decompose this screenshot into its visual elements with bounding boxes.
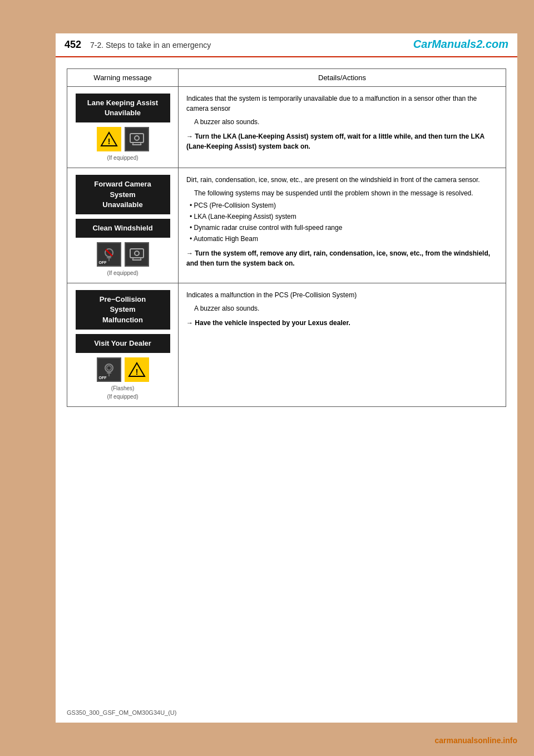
svg-point-17: [107, 366, 111, 370]
col-header-details: Details/Actions: [179, 69, 506, 87]
off-label: OFF: [99, 261, 107, 264]
camera-lka-icon: [125, 242, 149, 267]
table-row: Lane Keeping AssistUnavilable !: [67, 87, 506, 168]
details-text-1a: Indicates that the system is temporarily…: [186, 94, 498, 114]
bullet-1: PCS (Pre-Collision System): [190, 200, 498, 210]
details-text-3b: A buzzer also sounds.: [194, 303, 498, 313]
svg-line-8: [106, 249, 112, 256]
warning-message-box-2: Forward CameraSystemUnavailable: [76, 175, 170, 214]
details-text-3a: Indicates a malfunction in the PCS (Pre-…: [186, 290, 498, 300]
details-text-2b: The following systems may be suspended u…: [194, 188, 498, 198]
svg-rect-11: [130, 249, 144, 258]
carmanuals-logo: carmanualsonline.info: [434, 736, 517, 745]
details-arrow-2: → Turn the system off, remove any dirt, …: [186, 248, 498, 268]
header-title: 7-2. Steps to take in an emergency: [90, 41, 211, 50]
equipped-label-1: (If equipped): [72, 155, 174, 161]
warning-triangle-icon: !: [97, 127, 121, 151]
bullet-3: Dynamic radar cruise control with full-s…: [190, 223, 498, 233]
brand-watermark[interactable]: CarManuals2.com: [413, 38, 508, 51]
details-arrow-1: → Turn the LKA (Lane-Keeping Assist) sys…: [186, 131, 498, 151]
triangle-svg: !: [100, 130, 118, 148]
doc-footer: GS350_300_GSF_OM_OM30G34U_(U): [67, 709, 176, 716]
details-arrow-3: → Have the vehicle inspected by your Lex…: [186, 318, 498, 328]
bottom-logos-area: carmanualsonline.info: [434, 736, 517, 745]
warning-message-box-3: Pre−CollisionSystemMalfunction: [76, 290, 170, 330]
camera-lka-svg: [128, 246, 146, 263]
off-label-3: OFF: [99, 376, 107, 380]
svg-point-3: [135, 136, 139, 140]
warning-cell-1: Lane Keeping AssistUnavilable !: [67, 87, 179, 168]
pcs-flash-icon: OFF: [97, 357, 121, 382]
page-number: 452: [65, 39, 81, 51]
icons-row-3: OFF !: [72, 357, 174, 382]
details-text-1b: A buzzer also sounds.: [194, 117, 498, 127]
svg-text:!: !: [135, 367, 138, 376]
pcs-off-icon: OFF: [97, 242, 121, 267]
details-cell-1: Indicates that the system is temporarily…: [179, 87, 506, 168]
icons-row-1: !: [72, 127, 174, 151]
lka-sensor-icon: [125, 127, 149, 151]
warning-cell-2: Forward CameraSystemUnavailable Clean Wi…: [67, 168, 179, 283]
table-row: Forward CameraSystemUnavailable Clean Wi…: [67, 168, 506, 283]
details-cell-3: Indicates a malfunction in the PCS (Pre-…: [179, 283, 506, 407]
icons-row-2: OFF: [72, 242, 174, 267]
page-container: 452 7-2. Steps to take in an emergency C…: [56, 33, 517, 723]
lka-svg: [128, 130, 146, 148]
flashes-label: (Flashes): [72, 385, 174, 391]
bullet-4: Automatic High Beam: [190, 234, 498, 244]
warning-cell-3: Pre−CollisionSystemMalfunction Visit You…: [67, 283, 179, 407]
warning-triangle2-icon: !: [125, 357, 149, 382]
svg-point-12: [135, 251, 139, 256]
warning-table: Warning message Details/Actions Lane Kee…: [67, 68, 506, 407]
doc-id: GS350_300_GSF_OM_OM30G34U_(U): [67, 709, 176, 716]
triangle2-svg: !: [128, 361, 146, 379]
content-area: Warning message Details/Actions Lane Kee…: [56, 57, 517, 418]
details-text-2a: Dirt, rain, condensation, ice, snow, etc…: [186, 175, 498, 185]
equipped-label-3: (If equipped): [72, 394, 174, 400]
table-row: Pre−CollisionSystemMalfunction Visit You…: [67, 283, 506, 407]
details-cell-2: Dirt, rain, condensation, ice, snow, etc…: [179, 168, 506, 283]
page-header: 452 7-2. Steps to take in an emergency C…: [56, 33, 517, 57]
equipped-label-2: (If equipped): [72, 270, 174, 276]
bullet-2: LKA (Lane-Keeping Assist) system: [190, 212, 498, 222]
svg-text:!: !: [107, 137, 110, 146]
warning-message-box-3b: Visit Your Dealer: [76, 334, 170, 353]
svg-point-16: [105, 364, 113, 372]
warning-message-box-2b: Clean Windshield: [76, 219, 170, 238]
col-header-warning: Warning message: [67, 69, 179, 87]
svg-rect-2: [130, 134, 144, 143]
warning-message-box-1: Lane Keeping AssistUnavilable: [76, 94, 170, 122]
